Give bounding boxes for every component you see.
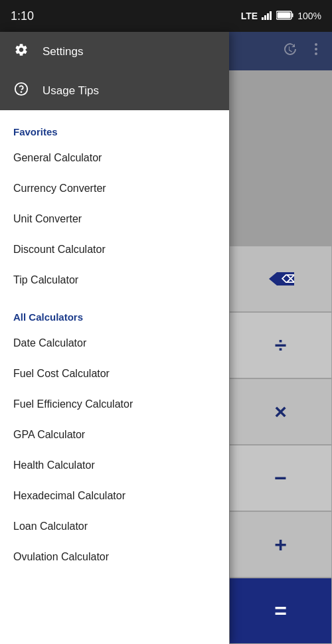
nav-hexadecimal-calculator[interactable]: Hexadecimal Calculator bbox=[0, 481, 229, 511]
nav-loan-calculator[interactable]: Loan Calculator bbox=[0, 511, 229, 542]
equals-symbol: = bbox=[274, 599, 287, 623]
nav-fuel-cost-calculator[interactable]: Fuel Cost Calculator bbox=[0, 359, 229, 389]
minus-button[interactable]: − bbox=[229, 445, 332, 511]
svg-rect-0 bbox=[262, 17, 264, 20]
nav-general-calculator[interactable]: General Calculator bbox=[0, 143, 229, 173]
backspace-button[interactable]: ⌫ bbox=[229, 246, 332, 312]
nav-gpa-calculator[interactable]: GPA Calculator bbox=[0, 420, 229, 450]
nav-currency-converter[interactable]: Currency Converter bbox=[0, 173, 229, 204]
status-time: 1:10 bbox=[11, 9, 34, 23]
settings-label: Settings bbox=[42, 45, 83, 58]
lte-indicator: LTE bbox=[241, 11, 258, 21]
all-calculators-section-header: All Calculators bbox=[0, 306, 229, 328]
svg-rect-1 bbox=[264, 15, 266, 20]
plus-button[interactable]: + bbox=[229, 511, 332, 578]
drawer-content: Favorites General Calculator Currency Co… bbox=[0, 110, 229, 644]
settings-icon bbox=[13, 42, 29, 60]
favorites-section-header: Favorites bbox=[0, 121, 229, 143]
status-right: LTE 100% bbox=[241, 11, 321, 22]
usage-tips-label: Usage Tips bbox=[42, 84, 99, 98]
multiply-button[interactable]: × bbox=[229, 378, 332, 445]
nav-ovulation-calculator[interactable]: Ovulation Calculator bbox=[0, 542, 229, 572]
settings-menu-item[interactable]: Settings bbox=[0, 32, 229, 71]
calculator-background: ⌫ ÷ × − + = bbox=[229, 32, 332, 644]
svg-text:⌫: ⌫ bbox=[281, 274, 294, 285]
calc-buttons: ⌫ ÷ × − + = bbox=[229, 246, 332, 644]
drawer-top-section: Settings Usage Tips bbox=[0, 32, 229, 110]
nav-discount-calculator[interactable]: Discount Calculator bbox=[0, 234, 229, 265]
nav-tip-calculator[interactable]: Tip Calculator bbox=[0, 265, 229, 295]
multiply-symbol: × bbox=[274, 400, 287, 424]
nav-unit-converter[interactable]: Unit Converter bbox=[0, 204, 229, 234]
minus-symbol: − bbox=[274, 466, 287, 491]
usage-tips-menu-item[interactable]: Usage Tips bbox=[0, 71, 229, 110]
svg-rect-3 bbox=[270, 11, 272, 20]
svg-rect-5 bbox=[292, 13, 293, 17]
nav-date-calculator[interactable]: Date Calculator bbox=[0, 328, 229, 359]
scrim bbox=[229, 32, 332, 70]
svg-rect-2 bbox=[267, 13, 269, 20]
divide-symbol: ÷ bbox=[275, 333, 287, 358]
battery-icon bbox=[276, 11, 293, 22]
status-bar: 1:10 LTE 100% bbox=[0, 0, 332, 32]
equals-button[interactable]: = bbox=[229, 578, 332, 644]
svg-rect-6 bbox=[278, 12, 291, 18]
help-icon bbox=[13, 82, 29, 100]
divide-button[interactable]: ÷ bbox=[229, 312, 332, 378]
signal-icon bbox=[262, 11, 272, 22]
battery-percentage: 100% bbox=[297, 11, 321, 21]
nav-fuel-efficiency-calculator[interactable]: Fuel Efficiency Calculator bbox=[0, 389, 229, 420]
nav-health-calculator[interactable]: Health Calculator bbox=[0, 450, 229, 481]
section-divider bbox=[0, 295, 229, 306]
plus-symbol: + bbox=[274, 532, 287, 557]
navigation-drawer: Settings Usage Tips Favorites General Ca… bbox=[0, 32, 229, 644]
